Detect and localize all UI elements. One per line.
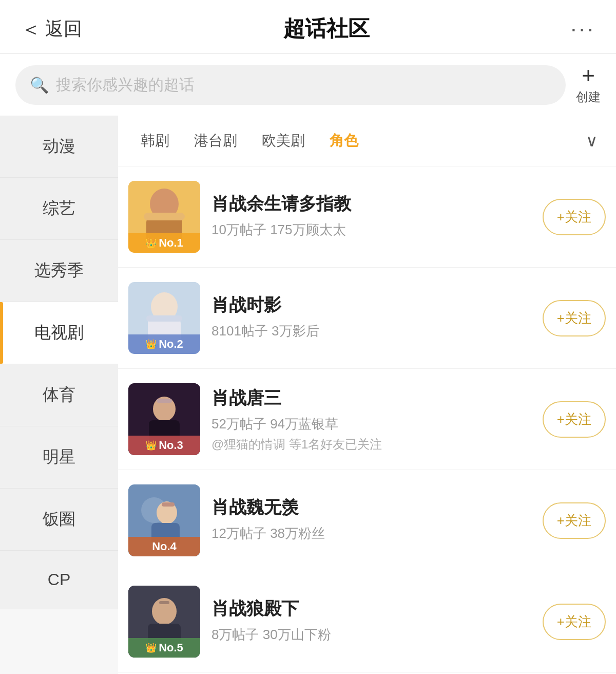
header: ＜ 返回 超话社区 ··· — [0, 0, 616, 54]
back-chevron-icon: ＜ — [21, 15, 41, 43]
main-layout: 动漫 综艺 选秀季 电视剧 体育 明星 饭圈 CP 韩剧 — [0, 116, 616, 674]
item-name-5: 肖战狼殿下 — [211, 597, 531, 621]
item-thumbnail-1: 👑 No.1 — [128, 181, 200, 253]
item-friend-3: @狸猫的情调 等1名好友已关注 — [211, 436, 531, 453]
list-item: 👑 No.1 肖战余生请多指教 10万帖子 175万顾太太 +关注 — [118, 166, 616, 268]
item-name-3: 肖战唐三 — [211, 386, 531, 410]
rank-badge-4: No.4 — [128, 537, 200, 556]
back-label: 返回 — [45, 16, 82, 42]
item-stats-5: 8万帖子 30万山下粉 — [211, 626, 531, 644]
back-button[interactable]: ＜ 返回 — [21, 15, 82, 43]
crown-icon: 👑 — [145, 339, 157, 350]
tab-juese[interactable]: 角色 — [317, 126, 371, 156]
follow-button-3[interactable]: +关注 — [543, 401, 606, 438]
category-tabs: 韩剧 港台剧 欧美剧 角色 ∨ — [118, 116, 616, 166]
follow-button-2[interactable]: +关注 — [543, 300, 606, 336]
list-item: 👑 No.3 肖战唐三 52万帖子 94万蓝银草 @狸猫的情调 等1名好友已关注… — [118, 369, 616, 470]
sidebar-item-zongyi[interactable]: 综艺 — [0, 178, 118, 240]
crown-icon: 👑 — [145, 440, 157, 451]
svg-rect-7 — [146, 315, 182, 322]
rank-badge-3: 👑 No.3 — [128, 436, 200, 455]
sidebar-item-fanquan[interactable]: 饭圈 — [0, 489, 118, 551]
create-button[interactable]: + 创建 — [576, 64, 601, 105]
search-row: 🔍 搜索你感兴趣的超话 + 创建 — [0, 54, 616, 116]
svg-rect-3 — [144, 213, 185, 220]
sidebar-item-dongman[interactable]: 动漫 — [0, 116, 118, 178]
list-item: 👑 No.2 肖战时影 8101帖子 3万影后 +关注 — [118, 268, 616, 369]
rank-badge-1: 👑 No.1 — [128, 233, 200, 253]
item-stats-3: 52万帖子 94万蓝银草 — [211, 415, 531, 433]
list-item: No.4 肖战魏无羡 12万帖子 38万粉丝 +关注 — [118, 470, 616, 571]
svg-rect-16 — [162, 502, 175, 507]
follow-button-4[interactable]: +关注 — [543, 502, 606, 539]
item-info-4: 肖战魏无羡 12万帖子 38万粉丝 — [211, 496, 531, 546]
search-box[interactable]: 🔍 搜索你感兴趣的超话 — [15, 65, 566, 105]
item-name-2: 肖战时影 — [211, 293, 531, 317]
item-name-1: 肖战余生请多指教 — [211, 192, 531, 216]
svg-rect-20 — [159, 601, 169, 604]
sidebar-item-cp[interactable]: CP — [0, 551, 118, 609]
sidebar-item-dianshiju[interactable]: 电视剧 — [0, 302, 118, 364]
item-thumbnail-5: 👑 No.5 — [128, 586, 200, 658]
more-button[interactable]: ··· — [570, 16, 595, 42]
tab-omeiju[interactable]: 欧美剧 — [249, 126, 317, 156]
item-stats-2: 8101帖子 3万影后 — [211, 322, 531, 340]
create-plus-icon: + — [582, 64, 595, 87]
sidebar: 动漫 综艺 选秀季 电视剧 体育 明星 饭圈 CP — [0, 116, 118, 674]
expand-icon[interactable]: ∨ — [578, 126, 606, 156]
follow-button-1[interactable]: +关注 — [543, 199, 606, 235]
rank-badge-2: 👑 No.2 — [128, 334, 200, 354]
svg-rect-11 — [157, 399, 172, 403]
item-info-5: 肖战狼殿下 8万帖子 30万山下粉 — [211, 597, 531, 647]
list-item: 👑 No.5 肖战狼殿下 8万帖子 30万山下粉 +关注 — [118, 571, 616, 672]
crown-icon: 👑 — [145, 642, 157, 653]
tab-hanju[interactable]: 韩剧 — [128, 126, 182, 156]
item-info-1: 肖战余生请多指教 10万帖子 175万顾太太 — [211, 192, 531, 242]
content-area: 韩剧 港台剧 欧美剧 角色 ∨ — [118, 116, 616, 674]
item-info-3: 肖战唐三 52万帖子 94万蓝银草 @狸猫的情调 等1名好友已关注 — [211, 386, 531, 453]
item-info-2: 肖战时影 8101帖子 3万影后 — [211, 293, 531, 343]
item-name-4: 肖战魏无羡 — [211, 496, 531, 519]
tab-gangtaiju[interactable]: 港台剧 — [182, 126, 249, 156]
crown-icon: 👑 — [145, 237, 157, 249]
sidebar-item-tiyu[interactable]: 体育 — [0, 364, 118, 426]
rank-badge-5: 👑 No.5 — [128, 638, 200, 658]
search-input[interactable]: 搜索你感兴趣的超话 — [56, 74, 195, 96]
create-label: 创建 — [576, 89, 601, 105]
sidebar-item-mingxing[interactable]: 明星 — [0, 426, 118, 489]
follow-button-5[interactable]: +关注 — [543, 604, 606, 640]
search-icon: 🔍 — [30, 76, 49, 94]
item-thumbnail-2: 👑 No.2 — [128, 282, 200, 354]
item-stats-1: 10万帖子 175万顾太太 — [211, 221, 531, 239]
item-thumbnail-3: 👑 No.3 — [128, 383, 200, 455]
item-stats-4: 12万帖子 38万粉丝 — [211, 525, 531, 542]
item-thumbnail-4: No.4 — [128, 484, 200, 556]
sidebar-item-xuanxiuji[interactable]: 选秀季 — [0, 240, 118, 302]
page-title: 超话社区 — [283, 14, 370, 43]
